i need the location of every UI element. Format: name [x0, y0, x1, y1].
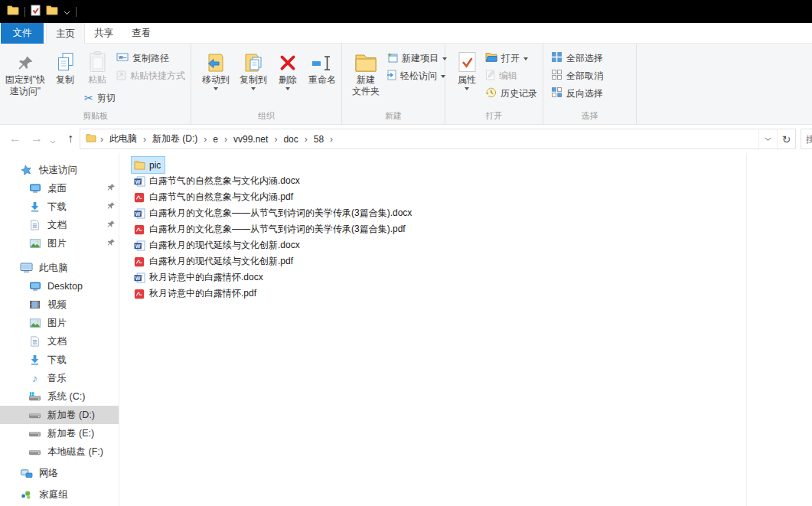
- sidebar-item[interactable]: 文档: [0, 216, 119, 234]
- pin-to-quick-access-button[interactable]: 固定到"快速访问": [2, 47, 48, 97]
- pin-icon[interactable]: [106, 220, 116, 231]
- file-row[interactable]: W秋月诗意中的白露情怀.docx: [132, 269, 267, 286]
- sidebar-item-label: 下载: [47, 201, 67, 214]
- tab-view[interactable]: 查看: [122, 23, 160, 44]
- copy-button[interactable]: 复制: [49, 47, 81, 86]
- scissors-icon: ✂: [84, 92, 93, 104]
- sidebar-item[interactable]: 桌面: [0, 179, 119, 198]
- new-item-button[interactable]: 新建项目: [386, 51, 447, 66]
- open-icon: [485, 52, 497, 64]
- address-bar[interactable]: ›此电脑›新加卷 (D:)›e›vv99.net›doc›58› ↻: [80, 129, 796, 149]
- folder-icon[interactable]: [7, 5, 19, 18]
- file-name: 白露秋月的现代延续与文化创新.pdf: [149, 255, 293, 268]
- paste-shortcut-button[interactable]: 粘贴快捷方式: [116, 68, 185, 83]
- qat-dropdown-icon[interactable]: [64, 5, 70, 18]
- file-row[interactable]: 白露节气的自然意象与文化内涵.pdf: [132, 189, 297, 205]
- file-name: 白露秋月的文化意象——从节气到诗词的美学传承(3篇合集).pdf: [149, 223, 406, 236]
- document-icon: [28, 220, 41, 230]
- breadcrumb-item[interactable]: vv99.net: [228, 134, 273, 145]
- breadcrumb-item[interactable]: e: [207, 134, 223, 145]
- sidebar-item[interactable]: 下载: [0, 198, 119, 216]
- sidebar-item[interactable]: 图片: [0, 234, 119, 253]
- folder-row[interactable]: pic: [132, 157, 165, 173]
- sidebar-item-label: 新加卷 (E:): [47, 427, 94, 440]
- video-icon: [28, 300, 41, 309]
- sidebar-item-label: 文档: [47, 335, 67, 348]
- qat-separator: [76, 7, 77, 17]
- sidebar-item-label: 下载: [47, 354, 67, 367]
- ribbon: 固定到"快速访问" 复制 粘贴 ✂ 剪切 W 复制路径 粘贴快捷方式: [0, 44, 812, 125]
- file-row[interactable]: W白露节气的自然意象与文化内涵.docx: [132, 173, 304, 189]
- tab-home[interactable]: 主页: [46, 23, 85, 44]
- copy-path-button[interactable]: W 复制路径: [116, 51, 169, 66]
- sidebar-item[interactable]: 系统 (C:): [0, 387, 119, 406]
- delete-button[interactable]: 删除: [272, 47, 304, 90]
- refresh-icon[interactable]: ↻: [777, 129, 795, 149]
- breadcrumb-item[interactable]: 此电脑: [104, 132, 142, 145]
- breadcrumb-item[interactable]: 新加卷 (D:): [147, 132, 203, 145]
- new-folder-button[interactable]: 新建 文件夹: [347, 47, 384, 97]
- file-row[interactable]: 秋月诗意中的白露情怀.pdf: [132, 286, 260, 302]
- select-none-button[interactable]: 全部取消: [551, 68, 603, 83]
- pin-icon[interactable]: [106, 238, 116, 250]
- sidebar-item[interactable]: 新加卷 (D:): [0, 406, 119, 424]
- sidebar-section-label: 快速访问: [39, 164, 77, 177]
- sidebar-section-3[interactable]: 家庭组: [0, 485, 119, 504]
- sidebar-item[interactable]: ♪音乐: [0, 369, 119, 387]
- sidebar-item[interactable]: Desktop: [0, 277, 119, 295]
- address-bar-row: ← → ↑ ›此电脑›新加卷 (D:)›e›vv99.net›doc›58› ↻: [0, 125, 812, 153]
- pin-icon[interactable]: [106, 183, 116, 194]
- properties-icon[interactable]: [31, 5, 41, 19]
- file-row[interactable]: W白露秋月的现代延续与文化创新.docx: [132, 237, 304, 253]
- sidebar-item[interactable]: 视频: [0, 295, 119, 314]
- invert-selection-button[interactable]: 反向选择: [551, 86, 603, 101]
- tab-file[interactable]: 文件: [1, 23, 44, 44]
- file-row[interactable]: W白露秋月的文化意象——从节气到诗词的美学传承(3篇合集).docx: [132, 205, 416, 221]
- pdf-file-icon: [133, 289, 145, 299]
- breadcrumb-item[interactable]: 58: [308, 134, 329, 145]
- tab-share[interactable]: 共享: [85, 23, 122, 44]
- back-button[interactable]: ←: [6, 129, 24, 148]
- sidebar-item[interactable]: 图片: [0, 314, 119, 332]
- forward-button[interactable]: →: [28, 129, 46, 148]
- sidebar-item[interactable]: 新加卷 (E:): [0, 424, 119, 442]
- sidebar-item[interactable]: 文档: [0, 332, 119, 351]
- select-all-button[interactable]: 全部选择: [551, 51, 603, 66]
- up-button[interactable]: ↑: [61, 129, 80, 148]
- address-dropdown-icon[interactable]: [758, 129, 777, 149]
- address-controls: ↻: [758, 129, 795, 149]
- search-box[interactable]: [801, 129, 812, 149]
- file-row[interactable]: 白露秋月的文化意象——从节气到诗词的美学传承(3篇合集).pdf: [132, 221, 409, 237]
- sidebar-section-0[interactable]: 快速访问: [0, 161, 119, 179]
- edit-label: 编辑: [499, 70, 517, 83]
- sidebar-item[interactable]: 本地磁盘 (F:): [0, 442, 119, 461]
- music-icon: ♪: [28, 373, 41, 384]
- paste-button[interactable]: 粘贴: [81, 47, 113, 86]
- sidebar-section-1[interactable]: 此电脑: [0, 259, 119, 277]
- easy-access-button[interactable]: 轻松访问: [386, 68, 445, 83]
- select-none-icon: [551, 69, 563, 83]
- file-row[interactable]: 白露秋月的现代延续与文化创新.pdf: [132, 253, 297, 269]
- folder-icon[interactable]: [46, 5, 58, 18]
- copy-to-button[interactable]: 复制到: [235, 47, 272, 90]
- rename-button[interactable]: 重命名: [304, 47, 341, 86]
- cut-button[interactable]: ✂ 剪切: [84, 90, 116, 106]
- sidebar-section-2[interactable]: 网络: [0, 464, 119, 482]
- recent-locations-icon[interactable]: [47, 132, 58, 151]
- edit-button[interactable]: 编辑: [485, 68, 517, 83]
- new-folder-label-line2: 文件夹: [352, 86, 380, 97]
- move-to-button[interactable]: 移动到: [197, 47, 234, 90]
- history-label: 历史记录: [501, 87, 537, 100]
- paste-shortcut-icon: [116, 70, 126, 83]
- breadcrumb-item[interactable]: doc: [278, 134, 303, 145]
- open-button[interactable]: 打开: [485, 51, 528, 66]
- select-all-icon: [551, 51, 563, 65]
- sidebar-item-label: 音乐: [47, 372, 67, 385]
- properties-button[interactable]: 属性: [451, 47, 483, 90]
- delete-label: 删除: [279, 74, 297, 86]
- sidebar-item[interactable]: 下载: [0, 351, 119, 369]
- search-input[interactable]: [801, 129, 812, 149]
- history-button[interactable]: 历史记录: [485, 86, 537, 101]
- history-icon: [485, 87, 497, 100]
- pin-icon[interactable]: [106, 201, 116, 213]
